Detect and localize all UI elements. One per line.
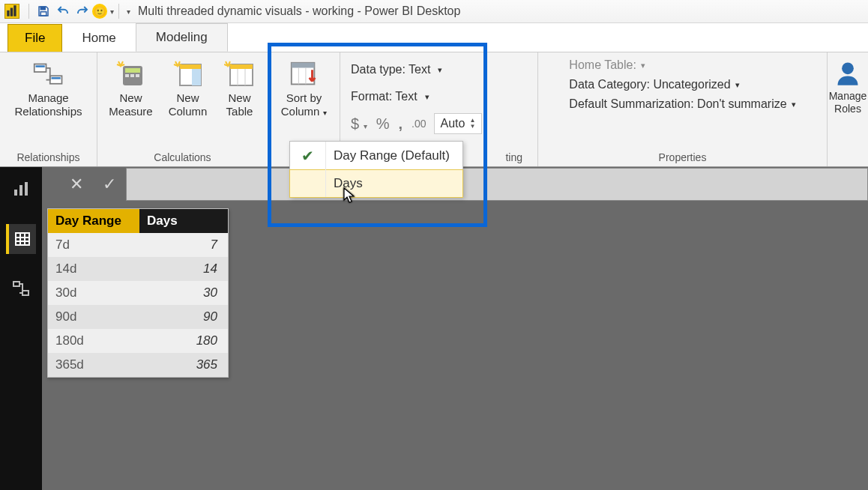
new-table-button[interactable]: New Table bbox=[218, 57, 262, 120]
svg-rect-18 bbox=[230, 64, 253, 69]
qat-separator bbox=[28, 4, 29, 19]
svg-rect-11 bbox=[125, 74, 129, 77]
feedback-smiley-icon[interactable]: 🙂 bbox=[92, 4, 107, 19]
relationships-icon bbox=[33, 60, 64, 88]
percent-format-button[interactable]: % bbox=[376, 115, 390, 133]
sort-by-column-dropdown: ✔ Day Range (Default) Days bbox=[289, 141, 463, 198]
table-row[interactable]: 30d30 bbox=[48, 281, 228, 305]
model-view-button[interactable] bbox=[6, 273, 36, 303]
tab-modeling[interactable]: Modeling bbox=[136, 23, 228, 52]
titlebar: 🙂 ▾ ▾ Multi threaded dynamic visuals - w… bbox=[0, 0, 868, 23]
currency-format-button[interactable]: $ ▾ bbox=[351, 115, 367, 133]
sort-by-column-button[interactable]: Sort by Column ▾ bbox=[277, 57, 331, 120]
data-category-selector[interactable]: Data Category: Uncategorized▾ bbox=[569, 78, 795, 91]
table-row[interactable]: 365d365 bbox=[48, 353, 228, 377]
svg-rect-29 bbox=[16, 233, 29, 245]
cell-day-range[interactable]: 90d bbox=[48, 305, 139, 329]
svg-rect-35 bbox=[22, 291, 28, 295]
manage-roles-label: Manage Roles bbox=[829, 90, 867, 115]
svg-rect-6 bbox=[35, 65, 44, 67]
new-measure-label: New Measure bbox=[109, 91, 152, 118]
svg-rect-12 bbox=[130, 74, 134, 77]
table-row[interactable]: 90d90 bbox=[48, 305, 228, 329]
sort-option-default-label: Day Range (Default) bbox=[326, 148, 462, 163]
table-row[interactable]: 7d7 bbox=[48, 233, 228, 257]
cell-days[interactable]: 7 bbox=[139, 233, 228, 257]
checkmark-icon: ✔ bbox=[290, 142, 326, 170]
redo-button[interactable] bbox=[73, 1, 92, 21]
svg-rect-10 bbox=[125, 68, 140, 73]
qat-dropdown[interactable]: ▾ bbox=[110, 7, 114, 16]
group-calculations: New Measure New Column New Table Calcula… bbox=[97, 52, 268, 166]
formula-commit-button[interactable]: ✓ bbox=[93, 168, 126, 201]
formula-input[interactable] bbox=[126, 168, 868, 201]
group-label-relationships: Relationships bbox=[4, 148, 92, 163]
column-header-days[interactable]: Days bbox=[139, 209, 228, 233]
svg-rect-28 bbox=[25, 182, 28, 196]
column-header-day-range[interactable]: Day Range bbox=[48, 209, 139, 233]
data-table: Day Range Days 7d714d1430d3090d90180d180… bbox=[47, 208, 229, 378]
formula-cancel-button[interactable]: ✕ bbox=[60, 168, 93, 201]
new-table-label: New Table bbox=[226, 91, 253, 118]
home-table-selector[interactable]: Home Table:▾ bbox=[569, 58, 795, 72]
cell-day-range[interactable]: 30d bbox=[48, 281, 139, 305]
check-empty bbox=[290, 170, 326, 197]
person-icon bbox=[834, 60, 861, 87]
tab-file[interactable]: File bbox=[7, 24, 62, 52]
svg-rect-3 bbox=[40, 7, 45, 10]
cell-day-range[interactable]: 180d bbox=[48, 329, 139, 353]
data-view-button[interactable] bbox=[6, 224, 36, 254]
table-row[interactable]: 180d180 bbox=[48, 329, 228, 353]
new-column-button[interactable]: New Column bbox=[161, 57, 215, 120]
cell-days[interactable]: 90 bbox=[139, 305, 228, 329]
svg-point-25 bbox=[842, 62, 854, 74]
table-row[interactable]: 14d14 bbox=[48, 257, 228, 281]
new-column-label: New Column bbox=[169, 91, 208, 118]
default-summarization-label: Default Summarization: Don't summarize bbox=[569, 97, 786, 111]
default-summarization-selector[interactable]: Default Summarization: Don't summarize▾ bbox=[569, 97, 795, 111]
svg-rect-2 bbox=[13, 5, 16, 16]
save-button[interactable] bbox=[34, 1, 53, 21]
sort-by-column-icon bbox=[289, 60, 320, 88]
sort-option-default[interactable]: ✔ Day Range (Default) bbox=[290, 142, 462, 170]
group-properties: Home Table:▾ Data Category: Uncategorize… bbox=[538, 52, 828, 166]
report-view-button[interactable] bbox=[6, 175, 36, 205]
cell-days[interactable]: 365 bbox=[139, 353, 228, 377]
spinner-icon[interactable]: ▲▼ bbox=[469, 118, 475, 130]
undo-button[interactable] bbox=[53, 1, 73, 21]
home-table-label: Home Table: bbox=[569, 58, 636, 72]
svg-rect-4 bbox=[40, 12, 46, 16]
decimal-places-input[interactable]: Auto ▲▼ bbox=[434, 113, 483, 134]
svg-rect-13 bbox=[136, 74, 139, 77]
group-label-calculations: Calculations bbox=[102, 148, 263, 163]
svg-rect-8 bbox=[51, 77, 60, 79]
svg-rect-22 bbox=[291, 63, 314, 68]
thousands-separator-button[interactable]: , bbox=[398, 115, 403, 133]
decimal-format-button[interactable]: .00 bbox=[412, 118, 426, 130]
manage-relationships-button[interactable]: Manage Relationships bbox=[10, 57, 86, 120]
svg-rect-1 bbox=[10, 8, 13, 16]
cell-days[interactable]: 180 bbox=[139, 329, 228, 353]
cell-days[interactable]: 14 bbox=[139, 257, 228, 281]
svg-rect-26 bbox=[14, 190, 17, 196]
sort-by-column-label: Sort by Column ▾ bbox=[281, 91, 327, 118]
manage-relationships-label: Manage Relationships bbox=[14, 91, 82, 118]
qat-customize[interactable]: ▾ bbox=[127, 7, 130, 16]
cell-day-range[interactable]: 14d bbox=[48, 257, 139, 281]
cell-day-range[interactable]: 7d bbox=[48, 233, 139, 257]
data-type-selector[interactable]: Data type: Text▾ bbox=[351, 58, 527, 81]
sort-option-days[interactable]: Days bbox=[289, 169, 463, 198]
cell-day-range[interactable]: 365d bbox=[48, 353, 139, 377]
format-label: Format: Text bbox=[351, 90, 418, 103]
qat-separator-2 bbox=[118, 4, 119, 19]
tab-home[interactable]: Home bbox=[62, 25, 135, 52]
group-security: Manage Roles bbox=[828, 52, 868, 166]
manage-roles-button[interactable]: Manage Roles bbox=[828, 58, 868, 117]
new-table-icon bbox=[224, 60, 256, 88]
view-switcher-rail bbox=[0, 167, 42, 490]
format-selector[interactable]: Format: Text▾ bbox=[351, 85, 527, 108]
app-icon bbox=[4, 4, 19, 19]
new-measure-button[interactable]: New Measure bbox=[104, 57, 158, 120]
svg-rect-27 bbox=[19, 185, 22, 196]
cell-days[interactable]: 30 bbox=[139, 281, 228, 305]
